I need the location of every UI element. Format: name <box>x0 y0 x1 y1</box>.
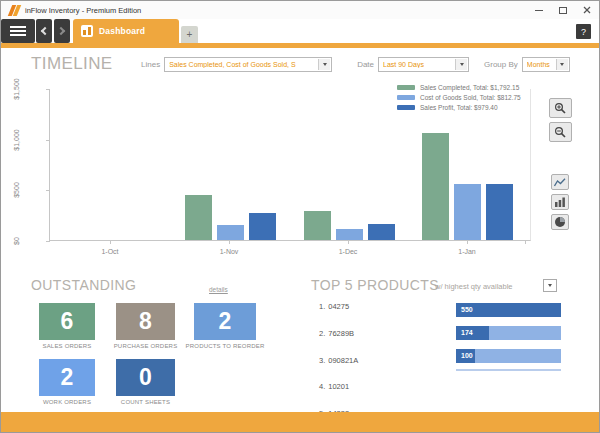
product-qty-bar: 100 <box>456 349 561 363</box>
y-axis-tick <box>46 89 50 90</box>
x-axis-tick <box>467 240 468 244</box>
close-icon <box>583 6 591 14</box>
window-controls <box>527 2 599 19</box>
hamburger-icon <box>10 26 26 28</box>
product-qty-bar: 174 <box>456 326 561 340</box>
top-products-dropdown-button[interactable] <box>543 279 557 292</box>
outstanding-heading: OUTSTANDING <box>31 277 136 293</box>
back-button[interactable] <box>36 19 52 43</box>
line-chart-button[interactable] <box>551 174 569 190</box>
pie-chart-icon <box>554 216 566 228</box>
zoom-in-icon <box>554 102 567 115</box>
pie-chart-button[interactable] <box>551 214 569 230</box>
zoom-out-icon <box>554 126 567 139</box>
product-row: 2.76289B <box>319 329 354 338</box>
x-axis-label: 1-Oct <box>90 248 130 255</box>
x-axis-label: 1-Jan <box>447 248 487 255</box>
group-by-dropdown[interactable]: Months <box>522 57 570 72</box>
minimize-icon <box>535 10 543 11</box>
date-dropdown-value: Last 90 Days <box>383 61 424 68</box>
tab-dashboard[interactable]: Dashboard <box>73 19 179 43</box>
tab-dashboard-label: Dashboard <box>99 26 145 36</box>
close-button[interactable] <box>575 2 599 19</box>
lines-dropdown-button[interactable] <box>318 59 330 70</box>
y-axis-tick <box>46 140 50 141</box>
chevron-down-icon <box>460 63 464 66</box>
product-rank: 4. <box>319 382 325 391</box>
window-title: inFlow Inventory - Premium Edition <box>25 6 141 15</box>
minimize-button[interactable] <box>527 2 551 19</box>
bar-sales-profit-1-Dec <box>368 224 395 240</box>
bar-sales-profit-1-Jan <box>486 184 513 240</box>
chevron-left-icon <box>41 27 49 35</box>
product-rank: 3. <box>319 356 325 365</box>
product-row: 1.04275 <box>319 302 349 311</box>
product-row: 4.10201 <box>319 382 349 391</box>
chevron-down-icon <box>548 284 552 287</box>
group-by-label: Group By <box>484 60 518 69</box>
bar-chart-icon <box>554 197 566 207</box>
timeline-controls: Lines Sales Completed, Cost of Goods Sol… <box>141 57 570 72</box>
products-to-reorder-tile[interactable]: 2 <box>194 303 256 340</box>
sales-orders-tile[interactable]: 6 <box>39 303 95 340</box>
forward-button[interactable] <box>54 19 70 43</box>
inflow-logo-icon <box>10 5 20 16</box>
y-axis-tick <box>46 241 50 242</box>
y-axis-label: $1,500 <box>13 69 23 109</box>
bar-cost-of-goods-sold-1-Nov <box>217 225 244 240</box>
x-axis-tick <box>525 240 526 244</box>
date-dropdown-button[interactable] <box>455 59 467 70</box>
footer-bar <box>1 412 599 432</box>
dashboard-icon <box>81 25 93 37</box>
product-qty-bar: 550 <box>456 303 561 317</box>
product-name: 090821A <box>328 356 358 365</box>
main-menu-button[interactable] <box>1 19 35 43</box>
tab-strip: Dashboard + ? <box>1 19 599 43</box>
y-axis-label: $500 <box>13 170 23 210</box>
bar-cost-of-goods-sold-1-Dec <box>336 229 363 240</box>
timeline-heading: TIMELINE <box>31 54 113 74</box>
y-axis-label: $0 <box>13 221 23 261</box>
details-link[interactable]: details <box>209 286 228 293</box>
chevron-right-icon <box>57 27 65 35</box>
bar-sales-profit-1-Nov <box>249 213 276 240</box>
x-axis-label: 1-Dec <box>328 248 368 255</box>
x-axis-tick <box>110 240 111 244</box>
group-by-dropdown-button[interactable] <box>556 59 568 70</box>
titlebar: inFlow Inventory - Premium Edition <box>1 1 599 19</box>
bar-sales-completed-1-Jan <box>422 133 449 240</box>
count-sheets-tile[interactable]: 0 <box>116 359 175 396</box>
app-window: inFlow Inventory - Premium Edition Dashb… <box>0 0 600 433</box>
date-dropdown[interactable]: Last 90 Days <box>378 57 469 72</box>
lines-dropdown[interactable]: Sales Completed, Cost of Goods Sold, S <box>164 57 332 72</box>
lines-label: Lines <box>141 60 160 69</box>
maximize-icon <box>559 7 567 14</box>
top-products-heading: TOP 5 PRODUCTS <box>311 277 439 293</box>
product-qty-value: 100 <box>461 352 473 359</box>
count-sheets-label: COUNT SHEETS <box>96 399 195 405</box>
x-axis-label: 1-Nov <box>209 248 249 255</box>
line-chart-icon <box>554 178 566 187</box>
new-tab-button[interactable]: + <box>181 26 198 43</box>
help-button[interactable]: ? <box>576 24 591 39</box>
zoom-out-button[interactable] <box>549 122 572 142</box>
y-axis-label: $1,000 <box>13 120 23 160</box>
product-name: 04275 <box>328 302 349 311</box>
chevron-down-icon <box>560 63 564 66</box>
y-axis-tick <box>46 190 50 191</box>
product-qty-bar-sliver <box>456 369 561 371</box>
dashboard-content: TIMELINE Lines Sales Completed, Cost of … <box>1 48 599 412</box>
bar-cost-of-goods-sold-1-Jan <box>454 184 481 240</box>
chevron-down-icon <box>323 63 327 66</box>
product-name: 76289B <box>328 329 354 338</box>
product-qty-value: 550 <box>461 306 473 313</box>
maximize-button[interactable] <box>551 2 575 19</box>
lines-dropdown-value: Sales Completed, Cost of Goods Sold, S <box>169 61 295 68</box>
zoom-in-button[interactable] <box>549 98 572 118</box>
product-name: 10201 <box>328 382 349 391</box>
top-products-subtitle: w/ highest qty available <box>435 282 513 291</box>
work-orders-tile[interactable]: 2 <box>39 359 95 396</box>
purchase-orders-tile[interactable]: 8 <box>116 303 175 340</box>
bar-chart-button[interactable] <box>551 194 569 210</box>
product-rank: 2. <box>319 329 325 338</box>
